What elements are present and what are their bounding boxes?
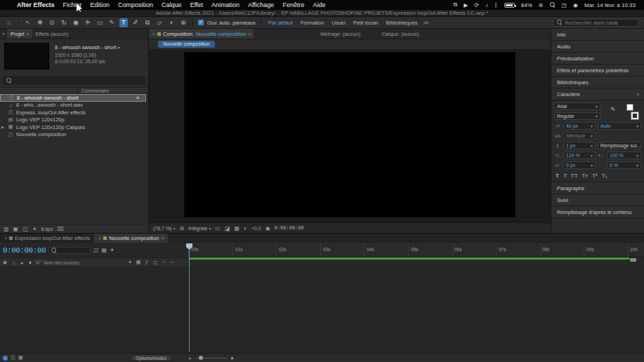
tsume-dropdown[interactable]: 0 % ▾ xyxy=(607,161,641,169)
timeline-search-input[interactable] xyxy=(58,248,88,253)
frame-blend-icon[interactable]: ✦ xyxy=(110,247,114,253)
menu-animation[interactable]: Animation xyxy=(211,1,239,8)
font-family-dropdown[interactable]: Arial ▾ xyxy=(554,102,600,110)
pen-tool-icon[interactable]: ✎ xyxy=(107,18,116,27)
zoom-in-mountain-icon[interactable]: ▲ xyxy=(230,355,235,360)
pan-behind-tool-icon[interactable]: ✛ xyxy=(84,18,92,27)
play-status-icon[interactable]: ▶ xyxy=(464,2,468,8)
menu-calque[interactable]: Calque xyxy=(162,1,182,8)
panel-header-info[interactable]: Info xyxy=(551,29,644,41)
selection-tool-icon[interactable]: ↖ xyxy=(24,18,32,27)
tab-effets[interactable]: Effets (aucun) xyxy=(32,29,72,39)
hand-tool-icon[interactable]: ✥ xyxy=(36,18,44,27)
comp-mini-flowchart-icon[interactable]: ◫ xyxy=(93,247,99,253)
interpret-footage-icon[interactable]: ▥ xyxy=(4,226,9,232)
faux-bold-button[interactable]: T xyxy=(556,173,559,179)
composition-viewport[interactable] xyxy=(184,52,515,217)
adjust-icon[interactable]: ✦ xyxy=(32,226,37,232)
eraser-tool-icon[interactable]: ▱ xyxy=(155,18,164,27)
superscript-button[interactable]: T¹ xyxy=(592,173,598,179)
column-source-name[interactable]: Nom des sources xyxy=(44,260,79,265)
playhead-line[interactable] xyxy=(189,243,190,352)
effects-icon[interactable]: ƒ xyxy=(144,260,150,265)
project-item[interactable]: ▤ Logo VEP 120x120p xyxy=(0,116,148,124)
help-search-input[interactable] xyxy=(565,20,636,26)
workspace-petit-ecran[interactable]: Petit écran xyxy=(351,20,381,26)
render-queue-icon[interactable]: ◫ xyxy=(11,355,15,361)
collapse-transformations-icon[interactable]: ▦ xyxy=(136,260,141,265)
new-composition-icon[interactable]: ◫ xyxy=(22,226,28,232)
timeline-tab-nouvelle-composition[interactable]: × Nouvelle composition ≡ xyxy=(94,234,167,243)
mask-visibility-icon[interactable]: ◪ xyxy=(225,225,230,232)
vertical-scale-dropdown[interactable]: 124 % ▾ xyxy=(563,152,596,159)
workspace-bibliotheques[interactable]: Bibliothèques xyxy=(384,20,420,26)
project-item[interactable]: ♫ 8 - who...swoosh - short.wav xyxy=(0,102,148,109)
menu-composition[interactable]: Composition xyxy=(118,1,153,8)
panel-menu-icon[interactable]: ≡ xyxy=(27,32,29,36)
auto-open-panels-checkbox[interactable]: ✓ xyxy=(198,20,204,25)
exposure-value[interactable]: +0,0 xyxy=(251,226,261,231)
panel-collapse-icon[interactable]: « xyxy=(0,32,7,36)
exposure-icon[interactable]: ◐ xyxy=(244,225,247,232)
menu-fenetre[interactable]: Fenêtre xyxy=(282,1,304,8)
panel-menu-icon[interactable]: ≡ xyxy=(636,92,638,97)
new-folder-icon[interactable]: ▣ xyxy=(13,226,19,232)
project-item[interactable]: ◫ 8 - whoosh swoosh - short ♟ xyxy=(0,94,146,102)
panel-menu-icon[interactable]: ≡ xyxy=(248,32,250,36)
live-update-indicator[interactable] xyxy=(3,356,8,361)
panel-header-caractere[interactable]: Caractère ≡ xyxy=(551,88,644,100)
camera-tool-icon[interactable]: ◉ xyxy=(72,18,80,27)
column-commentaire[interactable]: Commentaire xyxy=(81,88,109,93)
kerning-dropdown[interactable]: Métrique ▾ xyxy=(563,132,596,140)
solo-icon[interactable]: ● xyxy=(19,260,25,265)
fill-stroke-order-dropdown[interactable]: Remplissage sur... ▾ xyxy=(598,142,641,149)
magnification-dropdown[interactable]: (76,7 %) ▾ xyxy=(153,226,175,231)
timeline-tracks-area[interactable] xyxy=(0,268,644,353)
timeline-zoom-knob[interactable] xyxy=(199,356,203,360)
timeline-ruler[interactable]: 00s 01s 02s 03s 04s 05s 06s 07s 08s 09s … xyxy=(188,243,644,257)
baseline-shift-dropdown[interactable]: 0 px ▾ xyxy=(563,161,596,169)
panel-header-remplissage[interactable]: Remplissage d'après le contenu xyxy=(551,206,644,218)
tab-projet[interactable]: Projet ≡ xyxy=(7,29,32,39)
brush-tool-icon[interactable]: ✐ xyxy=(131,18,140,27)
project-item[interactable]: ◫ Express..loopOut After effects xyxy=(0,109,148,116)
workspace-par-defaut[interactable]: Par défaut xyxy=(266,20,295,26)
grid-guides-icon[interactable]: ⊞ xyxy=(179,225,184,232)
snapshot-camera-icon[interactable]: ◉ xyxy=(265,225,270,232)
zoom-out-mountain-icon[interactable]: ▲ xyxy=(188,356,192,360)
timeline-search-field[interactable] xyxy=(48,247,91,254)
small-caps-button[interactable]: Tᴛ xyxy=(582,173,589,179)
panel-header-bibliotheques[interactable]: Bibliothèques xyxy=(551,76,644,88)
work-area-end-handle[interactable] xyxy=(630,258,636,262)
workspace-formation[interactable]: Formation xyxy=(298,20,327,26)
menu-aide[interactable]: Aide xyxy=(313,1,325,8)
menu-app-name[interactable]: After Effects xyxy=(17,1,55,8)
panel-header-paragraphe[interactable]: Paragraphe xyxy=(551,182,644,194)
audio-enable-icon[interactable]: ♫ xyxy=(11,260,16,265)
work-area-bar[interactable] xyxy=(189,257,629,260)
help-search-field[interactable] xyxy=(553,19,639,27)
panel-header-suivi[interactable]: Suivi xyxy=(551,194,644,206)
font-style-dropdown[interactable]: Regular ▾ xyxy=(554,112,600,120)
volume-icon[interactable]: ♪ xyxy=(485,2,488,8)
menu-effet[interactable]: Effet xyxy=(190,1,203,8)
siri-icon[interactable]: ◉ xyxy=(573,2,578,8)
project-search-field[interactable] xyxy=(3,76,145,84)
tab-metrage[interactable]: Métrage: (aucun) xyxy=(317,29,364,39)
composition-name-badge[interactable]: Nouvelle composition xyxy=(158,41,215,48)
column-number[interactable]: N° xyxy=(36,260,41,265)
composition-timecode[interactable]: 0:00:00:00 xyxy=(275,225,304,231)
menu-bar-clock[interactable]: Mar. 14 févr. à 10:33 xyxy=(584,2,636,8)
screen-mirroring-icon[interactable]: ⧉ xyxy=(453,1,457,8)
home-tool-icon[interactable]: ⌂ xyxy=(5,18,13,27)
spotlight-search-icon[interactable] xyxy=(550,2,556,8)
flowchart-icon[interactable]: ▦ xyxy=(18,355,23,361)
disclosure-triangle-icon[interactable]: ▶ xyxy=(1,125,4,129)
wifi-icon[interactable]: ≋ xyxy=(539,2,544,8)
project-column-headers[interactable]: Commentaire xyxy=(0,87,148,94)
project-item[interactable]: ◫ Nouvelle composition xyxy=(0,131,148,139)
zoom-tool-icon[interactable]: ⊙ xyxy=(48,18,56,27)
fill-color-swatch[interactable] xyxy=(626,104,633,111)
draft-3d-icon[interactable]: ▦ xyxy=(102,247,107,253)
tab-composition[interactable]: × Composition: Nouvelle composition ≡ xyxy=(149,29,254,39)
